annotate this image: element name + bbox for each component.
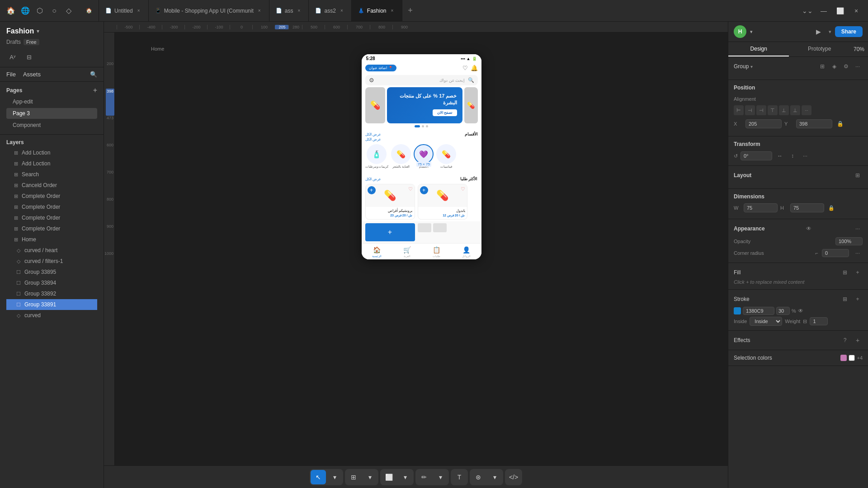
brand-arrow[interactable]: ▾	[37, 28, 39, 34]
layer-curved-filters[interactable]: ◇ curved / filters-1	[6, 256, 97, 267]
maximize-icon[interactable]: ⬜	[834, 5, 846, 17]
transform-more-icon[interactable]: ···	[800, 151, 810, 161]
tab-untitled-close[interactable]: ×	[136, 8, 142, 14]
text-tool-icon[interactable]: Aʸ	[6, 51, 19, 63]
layer-search[interactable]: ⊞ Search	[6, 169, 97, 180]
filter-icon[interactable]: ⚙	[369, 77, 374, 84]
stroke-add-icon[interactable]: +	[853, 294, 863, 304]
effects-help-icon[interactable]: ?	[840, 335, 850, 345]
resource-tool-arrow[interactable]: ▾	[487, 470, 502, 484]
stroke-color-input[interactable]	[743, 307, 774, 315]
banner-dot-3[interactable]	[426, 125, 428, 127]
effects-add-icon[interactable]: +	[853, 335, 863, 345]
cat-view-all-2[interactable]: عرض الكل	[365, 137, 381, 141]
share-button[interactable]: Share	[835, 26, 863, 37]
layer-curved-heart[interactable]: ◇ curved / heart	[6, 245, 97, 256]
stroke-weight-input[interactable]	[810, 317, 828, 325]
tab-mobile-close[interactable]: ×	[256, 8, 263, 14]
align-bottom[interactable]: ⊥	[790, 105, 800, 115]
align-more[interactable]: ···	[802, 105, 811, 115]
flip-h-icon[interactable]: ↔	[775, 151, 785, 161]
minimize-icon[interactable]: —	[817, 5, 830, 17]
add-tab-button[interactable]: +	[404, 5, 417, 17]
tab-home[interactable]: 🏠	[80, 0, 99, 21]
nav-orders[interactable]: 📋 طلبات	[433, 246, 440, 258]
width-input[interactable]	[744, 203, 778, 212]
layout-grid-icon[interactable]: ⊞	[853, 170, 863, 180]
align-center-h[interactable]: ⊣	[745, 105, 755, 115]
page-item-app-edit[interactable]: App-edit	[6, 96, 97, 107]
text-tool[interactable]: T	[452, 470, 467, 484]
categories-view-all[interactable]: عرض الكل	[365, 132, 381, 136]
position-lock-icon[interactable]: 🔒	[835, 119, 845, 129]
grid-view-icon[interactable]: ⊞	[817, 61, 827, 71]
layer-complete-4[interactable]: ⊞ Complete Order	[6, 223, 97, 234]
appearance-eye-icon[interactable]: 👁	[804, 224, 814, 234]
rotation-input[interactable]	[741, 151, 772, 160]
nav-home[interactable]: 🏠 الرئيسية	[372, 246, 382, 258]
layer-group-33892[interactable]: ☐ Group 33892	[6, 288, 97, 299]
resource-tool[interactable]: ⊛	[471, 470, 486, 484]
product-fav-2[interactable]: ♡	[461, 186, 465, 192]
stroke-eye-icon[interactable]: 👁	[798, 308, 803, 314]
banner-cta-button[interactable]: تصفح الان	[433, 109, 457, 116]
banner-dot-1[interactable]	[415, 125, 420, 127]
layer-group-33891[interactable]: ☐ Group 33891	[6, 299, 97, 310]
stroke-position-select[interactable]: Inside Outside Center	[750, 317, 782, 326]
add-btn-large[interactable]: +	[365, 223, 415, 241]
tab-untitled[interactable]: 📄 Untitled ×	[99, 0, 149, 21]
layer-canceld-order[interactable]: ⊞ Canceld Order	[6, 180, 97, 191]
select-tool[interactable]: ↖	[311, 470, 326, 484]
search-icon[interactable]: 🔍	[468, 77, 474, 83]
layer-complete-2[interactable]: ⊞ Complete Order	[6, 202, 97, 212]
y-input[interactable]	[796, 119, 832, 128]
x-input[interactable]	[745, 119, 782, 128]
style-icon[interactable]: ◈	[829, 61, 839, 71]
product-fav-1[interactable]: ♡	[408, 186, 413, 192]
collapse-icon[interactable]: ⌄⌄	[801, 5, 814, 17]
shape-tool[interactable]: ⬜	[381, 470, 396, 484]
appearance-more-icon[interactable]: ···	[853, 224, 863, 234]
sel-color-swatch-2[interactable]	[849, 355, 855, 361]
tab-mobile[interactable]: 📱 Mobile - Shopping App UI (Communit ×	[149, 0, 269, 21]
location-button[interactable]: اضافة عنوان 📍	[365, 65, 396, 71]
layer-add-loction-2[interactable]: ⊞ Add Loction	[6, 158, 97, 169]
stroke-color-swatch[interactable]	[734, 307, 741, 314]
tab-ass2-close[interactable]: ×	[339, 8, 345, 14]
frame-tool[interactable]: ⊞	[346, 470, 361, 484]
category-item-3[interactable]: 💜 75 × 75 الأقسام	[414, 144, 434, 169]
tool3-icon[interactable]: ◇	[63, 5, 74, 16]
fill-add-icon[interactable]: +	[853, 267, 863, 277]
add-page-button[interactable]: +	[93, 86, 97, 94]
product-card-1[interactable]: + ♡ 💊 برونشيكم أقراص 23 ش / 20 ف	[365, 184, 415, 220]
avatar-dropdown[interactable]: ▾	[750, 29, 753, 35]
flip-v-icon[interactable]: ↕	[788, 151, 797, 161]
category-item-1[interactable]: 🧴 كريمات ومرطبات	[365, 144, 389, 169]
layer-complete-3[interactable]: ⊞ Complete Order	[6, 212, 97, 223]
product-add-btn-2[interactable]: +	[420, 186, 428, 194]
align-center-v[interactable]: ⊥	[779, 105, 789, 115]
tab-fashion-close[interactable]: ×	[389, 8, 396, 14]
search-icon[interactable]: 🔍	[90, 71, 97, 78]
page-item-component[interactable]: Component	[6, 120, 97, 131]
page-item-page3[interactable]: Page 3	[6, 108, 97, 119]
globe-icon[interactable]: 🌐	[20, 5, 31, 16]
layer-add-loction-1[interactable]: ⊞ Add Loction	[6, 147, 97, 158]
tab-ass-close[interactable]: ×	[296, 8, 302, 14]
tab-fashion[interactable]: 👗 Fashion ×	[352, 0, 402, 21]
pen-tool-arrow[interactable]: ▾	[433, 470, 448, 484]
align-left[interactable]: ⊢	[734, 105, 744, 115]
align-top[interactable]: ⊤	[768, 105, 778, 115]
assets-tab[interactable]: Assets	[23, 71, 41, 78]
frame-tool-arrow[interactable]: ▾	[362, 470, 377, 484]
products-view-all[interactable]: عرض الكل	[365, 177, 381, 181]
product-add-btn-1[interactable]: +	[368, 186, 376, 194]
fill-grid-icon[interactable]: ⊞	[840, 267, 850, 277]
code-tool[interactable]: </>	[506, 470, 521, 484]
category-item-4[interactable]: 💊 فيتامينات	[436, 144, 456, 169]
sel-colors-more[interactable]: +4	[857, 355, 863, 361]
shape-tool-arrow[interactable]: ▾	[397, 470, 413, 484]
tool1-icon[interactable]: ⬡	[34, 5, 45, 16]
select-tool-arrow[interactable]: ▾	[327, 470, 342, 484]
phone-search-bar[interactable]: ⚙ إبحث عن دواك 🔍	[365, 75, 478, 85]
